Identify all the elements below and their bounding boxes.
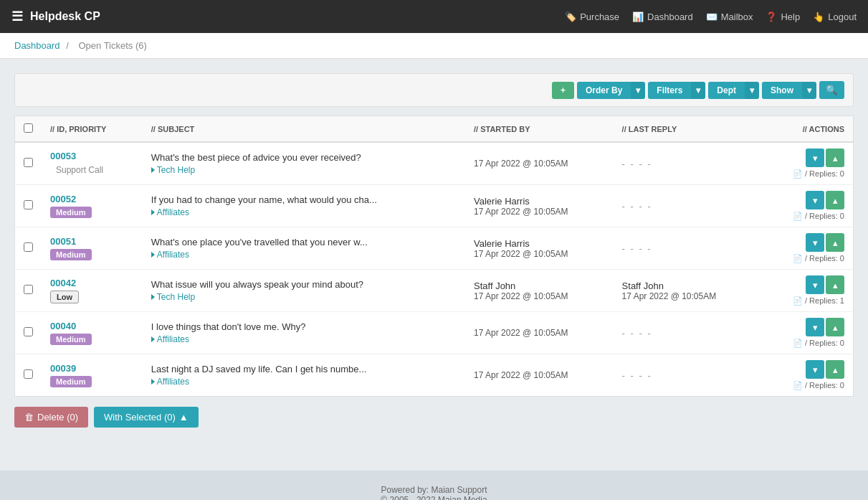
started-date: 17 Apr 2022 @ 10:05AM (474, 159, 605, 169)
replies-text: 📄 / Replies: 0 (793, 254, 844, 263)
dept-group: Dept ▾ (708, 82, 759, 99)
no-reply-dash: - - - - (622, 159, 652, 169)
dept-link[interactable]: Tech Help (151, 292, 457, 302)
mailbox-link[interactable]: ✉️ Mailbox (706, 11, 753, 22)
started-date: 17 Apr 2022 @ 10:05AM (474, 370, 605, 380)
action-down-button[interactable]: ▾ (806, 318, 824, 336)
col-id-priority: // ID, PRIORITY (42, 116, 143, 143)
ticket-id[interactable]: 00039 (50, 363, 76, 374)
help-icon: ❓ (766, 11, 777, 22)
bottom-actions: 🗑 Delete (0) With Selected (0) ▲ (14, 407, 854, 428)
show-dropdown[interactable]: ▾ (802, 82, 816, 99)
subject-link[interactable]: What's the best piece of advice you ever… (151, 152, 361, 163)
action-btns: ▾ ▴ 📄 / Replies: 0 (770, 191, 844, 221)
ticket-id[interactable]: 00051 (50, 236, 76, 247)
row-checkbox-2[interactable] (24, 242, 33, 252)
purchase-label: Purchase (580, 11, 619, 22)
row-checkbox-1[interactable] (24, 200, 33, 209)
breadcrumb-home[interactable]: Dashboard (14, 40, 60, 51)
logout-label: Logout (828, 11, 857, 22)
starter-name: Staff John (474, 280, 605, 291)
action-btns: ▾ ▴ 📄 / Replies: 0 (770, 318, 844, 348)
dept-link[interactable]: Affiliates (151, 207, 457, 217)
action-up-button[interactable]: ▴ (826, 148, 844, 167)
last-reply-name: Staff John (622, 280, 753, 291)
action-down-button[interactable]: ▾ (806, 148, 824, 167)
main-content: + Order By ▾ Filters ▾ Dept ▾ Show ▾ 🔍 /… (0, 59, 868, 442)
table-row: 00053Support Call What's the best piece … (15, 142, 854, 185)
dept-link[interactable]: Affiliates (151, 377, 457, 387)
action-up-button[interactable]: ▴ (826, 233, 844, 252)
dept-dropdown[interactable]: ▾ (745, 82, 759, 99)
chevron-right-icon (151, 252, 155, 258)
dept-link[interactable]: Affiliates (151, 334, 457, 344)
action-down-button[interactable]: ▾ (806, 233, 824, 252)
logout-link[interactable]: 👆 Logout (813, 11, 857, 22)
table-row: 00039Medium Last night a DJ saved my lif… (15, 354, 854, 397)
ticket-id[interactable]: 00053 (50, 151, 76, 161)
breadcrumb-separator: / (66, 40, 69, 51)
ticket-id[interactable]: 00042 (50, 278, 76, 288)
topnav-links: 🏷️ Purchase 📊 Dashboard ✉️ Mailbox ❓ Hel… (565, 11, 857, 22)
action-up-button[interactable]: ▴ (826, 360, 844, 379)
badge-medium: Medium (50, 207, 92, 218)
action-up-button[interactable]: ▴ (826, 275, 844, 294)
dept-link[interactable]: Tech Help (151, 165, 457, 175)
show-button[interactable]: Show (762, 82, 802, 99)
badge-support: Support Call (50, 164, 109, 176)
delete-label: Delete (0) (37, 412, 78, 423)
help-link[interactable]: ❓ Help (766, 11, 800, 22)
no-reply-dash: - - - - (622, 370, 652, 381)
badge-medium: Medium (50, 334, 92, 345)
subject-link[interactable]: If you had to change your name, what wou… (151, 194, 377, 205)
action-down-button[interactable]: ▾ (806, 275, 824, 294)
hamburger-icon[interactable]: ☰ (11, 9, 23, 24)
chevron-right-icon (151, 167, 155, 173)
select-all-checkbox[interactable] (24, 123, 33, 133)
replies-text: 📄 / Replies: 1 (793, 296, 844, 306)
chevron-right-icon (151, 294, 155, 300)
row-checkbox-4[interactable] (24, 327, 33, 336)
purchase-link[interactable]: 🏷️ Purchase (565, 11, 619, 22)
col-actions: // ACTIONS (761, 116, 853, 143)
search-button[interactable]: 🔍 (819, 81, 844, 99)
ticket-id[interactable]: 00040 (50, 321, 76, 331)
order-by-dropdown[interactable]: ▾ (631, 82, 645, 99)
order-by-button[interactable]: Order By (577, 82, 631, 99)
purchase-icon: 🏷️ (565, 11, 576, 22)
badge-medium: Medium (50, 249, 92, 260)
table-row: 00040Medium I love things that don't lov… (15, 312, 854, 354)
action-down-button[interactable]: ▾ (806, 191, 824, 209)
table-row: 00042Low What issue will you always spea… (15, 270, 854, 312)
row-checkbox-5[interactable] (24, 369, 33, 379)
dashboard-link[interactable]: 📊 Dashboard (632, 11, 693, 22)
action-btns: ▾ ▴ 📄 / Replies: 0 (770, 360, 844, 390)
started-date: 17 Apr 2022 @ 10:05AM (474, 249, 605, 259)
subject-link[interactable]: What issue will you always speak your mi… (151, 279, 363, 290)
delete-button[interactable]: 🗑 Delete (0) (14, 407, 88, 428)
action-btns: ▾ ▴ 📄 / Replies: 1 (770, 275, 844, 306)
row-checkbox-0[interactable] (24, 158, 33, 167)
dashboard-label: Dashboard (647, 11, 693, 22)
subject-link[interactable]: Last night a DJ saved my life. Can I get… (151, 364, 367, 374)
add-button[interactable]: + (552, 82, 574, 99)
row-checkbox-3[interactable] (24, 285, 33, 294)
with-selected-button[interactable]: With Selected (0) ▲ (94, 407, 199, 428)
breadcrumb: Dashboard / Open Tickets (6) (0, 33, 868, 59)
action-down-button[interactable]: ▾ (806, 360, 824, 379)
filters-dropdown[interactable]: ▾ (691, 82, 705, 99)
subject-link[interactable]: I love things that don't love me. Why? (151, 321, 306, 332)
ticket-id[interactable]: 00052 (50, 194, 76, 204)
action-up-button[interactable]: ▴ (826, 191, 844, 209)
dept-button[interactable]: Dept (708, 82, 745, 99)
dept-link[interactable]: Affiliates (151, 250, 457, 260)
filters-button[interactable]: Filters (648, 82, 691, 99)
file-icon: 📄 (793, 296, 803, 305)
brand-label: Helpdesk CP (30, 10, 100, 23)
filters-group: Filters ▾ (648, 82, 705, 99)
action-up-button[interactable]: ▴ (826, 318, 844, 336)
subject-link[interactable]: What's one place you've travelled that y… (151, 237, 368, 247)
ticket-table: // ID, PRIORITY // SUBJECT // STARTED BY… (14, 115, 854, 397)
chevron-right-icon (151, 209, 155, 215)
mailbox-label: Mailbox (721, 11, 753, 22)
